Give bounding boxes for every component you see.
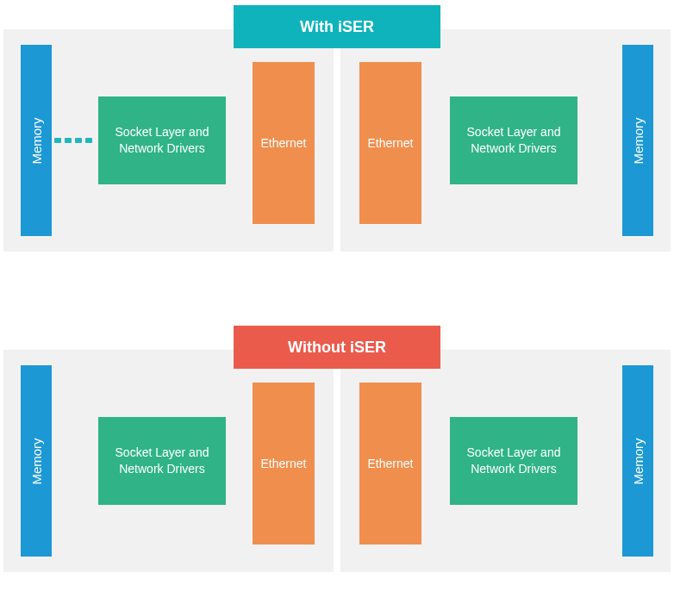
socket-label: Socket Layer and Network Drivers: [457, 124, 571, 157]
memory-label: Memory: [29, 438, 44, 484]
memory-label: Memory: [631, 438, 646, 484]
without-iser-header: Without iSER: [234, 326, 440, 369]
dash-segment: [75, 138, 82, 143]
ethernet-block: Ethernet: [359, 383, 421, 544]
socket-label: Socket Layer and Network Drivers: [105, 124, 219, 157]
dash-segment: [54, 138, 61, 143]
with-left-panel: Memory Socket Layer and Network Drivers …: [3, 29, 334, 252]
dash-segment: [85, 138, 92, 143]
socket-layer-block: Socket Layer and Network Drivers: [98, 417, 226, 505]
memory-label: Memory: [631, 117, 646, 164]
dashed-connector: [54, 137, 96, 144]
dash-segment: [65, 138, 72, 143]
without-right-panel: Ethernet Socket Layer and Network Driver…: [340, 350, 671, 572]
socket-label: Socket Layer and Network Drivers: [457, 445, 571, 477]
ethernet-block: Ethernet: [253, 383, 315, 544]
memory-block: Memory: [622, 365, 653, 557]
socket-layer-block: Socket Layer and Network Drivers: [450, 96, 577, 184]
with-iser-header: With iSER: [234, 5, 440, 48]
with-iser-title: With iSER: [300, 18, 374, 36]
ethernet-label: Ethernet: [368, 136, 414, 150]
section-without-iser: Without iSER Memory Socket Layer and Net…: [0, 326, 674, 584]
ethernet-label: Ethernet: [368, 457, 414, 470]
ethernet-label: Ethernet: [261, 136, 307, 150]
socket-layer-block: Socket Layer and Network Drivers: [450, 417, 577, 505]
memory-block: Memory: [21, 45, 52, 236]
ethernet-block: Ethernet: [359, 62, 421, 224]
memory-label: Memory: [29, 117, 44, 164]
socket-label: Socket Layer and Network Drivers: [105, 445, 219, 477]
with-right-panel: Ethernet Socket Layer and Network Driver…: [340, 29, 671, 252]
without-iser-title: Without iSER: [288, 339, 386, 357]
memory-block: Memory: [622, 45, 653, 236]
without-left-panel: Memory Socket Layer and Network Drivers …: [3, 350, 334, 572]
memory-block: Memory: [21, 365, 52, 557]
ethernet-block: Ethernet: [253, 62, 315, 224]
ethernet-label: Ethernet: [261, 457, 307, 470]
socket-layer-block: Socket Layer and Network Drivers: [98, 96, 226, 184]
section-with-iser: With iSER Memory Socket Layer and Networ…: [0, 5, 674, 264]
